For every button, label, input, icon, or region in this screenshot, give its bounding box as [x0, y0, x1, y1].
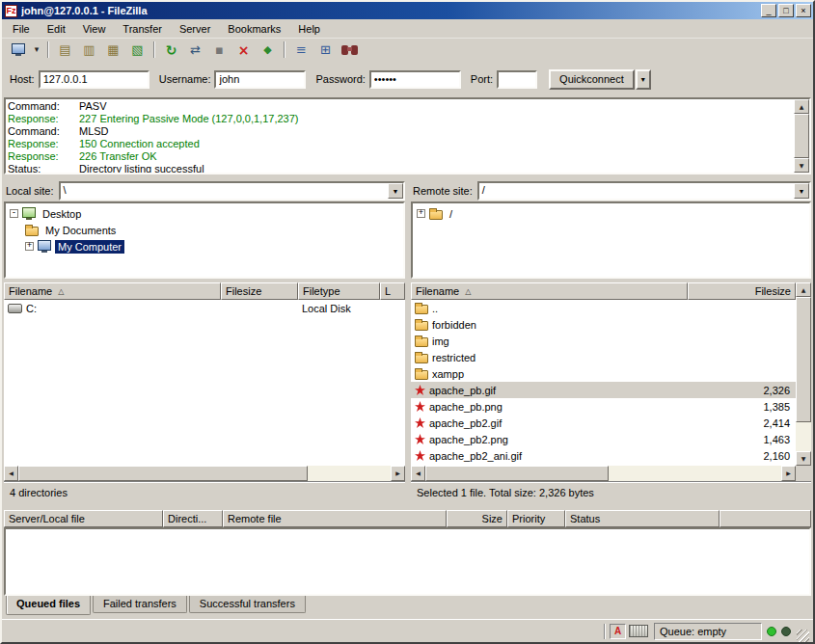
quickconnect-dropdown-button[interactable]: ▼ [636, 69, 651, 90]
column-header-filesize[interactable]: Filesize [221, 282, 298, 300]
scrollbar-thumb[interactable] [425, 466, 609, 481]
column-header-filetype[interactable]: Filetype [298, 282, 380, 300]
toggle-queue-button[interactable]: ▧ [125, 40, 149, 60]
titlebar[interactable]: Fz john@127.0.0.1 - FileZilla _ □ × [2, 2, 813, 19]
filter-button[interactable]: ≡ [289, 40, 313, 60]
remote-horizontal-scrollbar[interactable]: ◀ ▶ [411, 466, 796, 481]
collapse-toggle[interactable]: - [10, 209, 18, 218]
tree-item-label[interactable]: My Computer [55, 240, 124, 254]
queue-splitter[interactable] [2, 502, 813, 510]
column-header-status[interactable]: Status [565, 510, 720, 527]
scrollbar-thumb[interactable] [794, 114, 809, 158]
disconnect-button[interactable]: ◆ [256, 40, 280, 60]
abort-button[interactable]: ▪ [207, 40, 231, 60]
column-header-modified[interactable]: L [380, 282, 405, 300]
tree-item-my-computer[interactable]: + My Computer [8, 238, 401, 255]
scroll-right-button[interactable]: ▶ [781, 466, 796, 481]
column-header-filename[interactable]: Filename△ [4, 282, 221, 300]
column-header-filename[interactable]: Filename△ [411, 282, 688, 300]
tree-item-root[interactable]: + / [415, 205, 807, 222]
remote-file-row[interactable]: img [411, 333, 796, 349]
remote-file-row[interactable]: restricted [411, 349, 796, 365]
site-manager-dropdown-button[interactable]: ▾ [30, 40, 43, 60]
menu-file[interactable]: File [4, 20, 39, 38]
remote-file-row[interactable]: apache_pb2_ani.gif 2,160 [411, 447, 796, 464]
scrollbar-thumb[interactable] [796, 297, 811, 422]
column-header-direction[interactable]: Directi... [163, 510, 223, 527]
remote-file-row-selected[interactable]: apache_pb.gif 2,326 [411, 382, 796, 398]
local-horizontal-scrollbar[interactable]: ◀ ▶ [4, 466, 405, 481]
port-input[interactable] [497, 70, 537, 89]
tree-item-desktop[interactable]: - Desktop [8, 205, 401, 222]
scroll-up-button[interactable]: ▲ [796, 282, 811, 297]
cancel-button[interactable]: × [231, 40, 256, 60]
remote-file-row[interactable]: apache_pb.png 1,385 [411, 398, 796, 415]
compare-button[interactable]: ⊞ [313, 40, 338, 60]
menu-view[interactable]: View [74, 20, 115, 38]
quickconnect-button[interactable]: Quickconnect [549, 69, 635, 90]
scroll-left-button[interactable]: ◀ [4, 466, 18, 481]
menu-transfer[interactable]: Transfer [114, 20, 171, 38]
local-site-combobox[interactable]: \ ▼ [59, 181, 405, 201]
tree-item-label[interactable]: / [447, 207, 455, 221]
remote-site-combobox[interactable]: / ▼ [477, 181, 811, 201]
column-header-priority[interactable]: Priority [507, 510, 565, 527]
tab-failed-transfers[interactable]: Failed transfers [93, 596, 187, 613]
tree-item-label[interactable]: My Documents [42, 224, 119, 237]
scroll-left-button[interactable]: ◀ [411, 466, 425, 481]
tab-successful-transfers[interactable]: Successful transfers [189, 596, 306, 613]
column-header-size[interactable]: Size [447, 510, 507, 527]
remote-site-value[interactable]: / [479, 183, 794, 199]
combo-dropdown-button[interactable]: ▼ [794, 183, 809, 199]
local-site-value[interactable]: \ [61, 183, 388, 199]
scrollbar-track[interactable] [796, 297, 811, 451]
remote-file-row[interactable]: apache_pb2.png 1,463 [411, 431, 796, 447]
close-button[interactable]: × [796, 4, 811, 17]
remote-file-row[interactable]: forbidden [411, 316, 796, 333]
menu-server[interactable]: Server [171, 20, 219, 38]
toggle-remote-tree-button[interactable]: ▦ [101, 40, 125, 60]
remote-file-row[interactable]: xampp [411, 365, 796, 382]
ascii-transfer-mode-icon[interactable]: A [610, 624, 626, 639]
scroll-down-button[interactable]: ▼ [796, 451, 811, 466]
expand-toggle[interactable]: + [417, 209, 425, 218]
maximize-button[interactable]: □ [778, 4, 794, 17]
scroll-right-button[interactable]: ▶ [391, 466, 405, 481]
remote-file-row[interactable]: .. [411, 300, 796, 316]
process-queue-button[interactable]: ⇄ [183, 40, 207, 60]
log-scrollbar[interactable]: ▲ ▼ [794, 99, 809, 173]
host-input[interactable] [39, 70, 149, 89]
minimize-button[interactable]: _ [761, 4, 776, 17]
keyboard-icon[interactable] [629, 625, 648, 637]
combo-dropdown-button[interactable]: ▼ [388, 183, 403, 199]
toggle-message-log-button[interactable]: ▤ [53, 40, 77, 60]
menu-edit[interactable]: Edit [39, 20, 74, 38]
scrollbar-track[interactable] [794, 114, 809, 158]
menu-bookmarks[interactable]: Bookmarks [219, 20, 289, 38]
scroll-up-button[interactable]: ▲ [794, 99, 809, 114]
filezilla-logo-icon[interactable]: Fz [5, 5, 17, 17]
transfer-queue-list[interactable] [4, 527, 811, 596]
tab-queued-files[interactable]: Queued files [6, 596, 91, 615]
resize-grip[interactable] [797, 630, 809, 642]
scrollbar-thumb[interactable] [18, 466, 308, 481]
local-file-row[interactable]: C: Local Disk [4, 300, 405, 316]
password-input[interactable] [369, 70, 461, 89]
expand-toggle[interactable]: + [25, 242, 34, 251]
column-header-server-local-file[interactable]: Server/Local file [4, 510, 163, 527]
refresh-button[interactable]: ↻ [159, 40, 183, 60]
column-header-filesize[interactable]: Filesize [688, 282, 796, 300]
tree-item-my-documents[interactable]: My Documents [8, 222, 401, 238]
remote-vertical-scrollbar[interactable]: ▲ ▼ [796, 282, 811, 466]
find-button[interactable] [338, 40, 362, 60]
toggle-local-tree-button[interactable]: ▥ [77, 40, 101, 60]
column-header-remote-file[interactable]: Remote file [223, 510, 447, 527]
menu-help[interactable]: Help [289, 20, 329, 38]
scrollbar-track[interactable] [18, 466, 391, 481]
tree-item-label[interactable]: Desktop [40, 207, 84, 221]
site-manager-button[interactable] [6, 40, 30, 60]
scroll-down-button[interactable]: ▼ [794, 158, 809, 173]
username-input[interactable] [214, 70, 306, 89]
scrollbar-track[interactable] [425, 466, 781, 481]
remote-file-row[interactable]: apache_pb2.gif 2,414 [411, 415, 796, 431]
